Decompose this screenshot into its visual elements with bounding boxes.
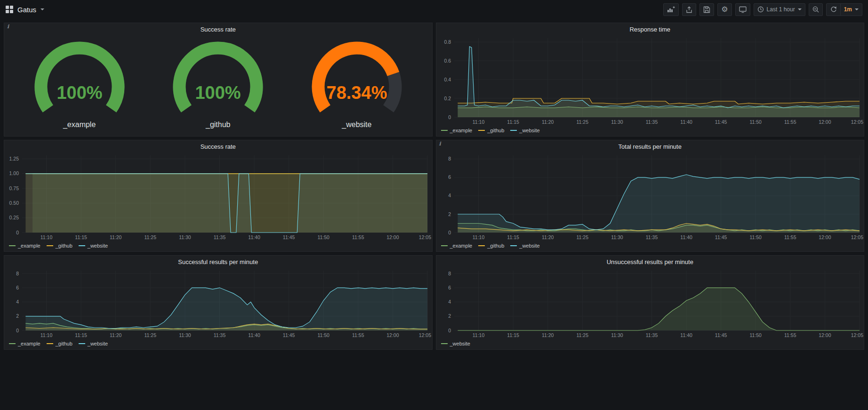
svg-text:11:55: 11:55	[784, 234, 796, 240]
legend-color-dash	[478, 130, 485, 131]
svg-text:0.50: 0.50	[9, 200, 19, 206]
svg-text:11:45: 11:45	[715, 332, 727, 338]
legend-color-dash	[478, 245, 485, 246]
gauge-label: _example	[63, 121, 96, 129]
legend-item[interactable]: _website	[79, 341, 108, 346]
svg-text:11:20: 11:20	[110, 234, 122, 240]
svg-text:11:40: 11:40	[248, 332, 260, 338]
chart-area[interactable]: 00.250.500.751.001.2511:1011:1511:2011:2…	[4, 152, 432, 242]
legend-color-dash	[47, 245, 53, 246]
legend-color-dash	[510, 245, 517, 246]
panel-title[interactable]: Unsuccessful results per minute	[436, 256, 864, 267]
share-button[interactable]	[682, 3, 696, 16]
svg-text:11:50: 11:50	[749, 119, 762, 125]
add-panel-button[interactable]	[663, 3, 679, 16]
gear-icon: ⚙	[721, 6, 728, 13]
legend-item[interactable]: _github	[47, 341, 72, 346]
panel-title[interactable]: Successful results per minute	[4, 256, 432, 267]
legend-item[interactable]: _github	[47, 243, 72, 249]
panel-response-time: Response time 00.20.40.60.811:1011:1511:…	[436, 23, 865, 137]
svg-text:11:30: 11:30	[179, 234, 191, 240]
top-navbar: Gatus ⚙	[0, 0, 868, 19]
bar-chart-plus-icon	[667, 6, 675, 13]
chart-canvas[interactable]: 0246811:1011:1511:2011:2511:3011:3511:40…	[4, 267, 432, 340]
legend-item[interactable]: _example	[9, 243, 40, 249]
refresh-button[interactable]	[826, 3, 841, 16]
svg-text:0.4: 0.4	[444, 77, 451, 82]
legend-color-dash	[441, 245, 448, 246]
legend-label: _website	[450, 341, 470, 346]
svg-text:0.75: 0.75	[9, 185, 19, 191]
chart-canvas[interactable]: 00.250.500.751.001.2511:1011:1511:2011:2…	[4, 152, 432, 242]
svg-text:8: 8	[16, 271, 19, 276]
svg-text:11:45: 11:45	[715, 234, 727, 240]
legend-label: _example	[18, 341, 40, 346]
time-range-picker[interactable]: Last 1 hour	[754, 3, 805, 16]
chart-legend: _example_github_website	[4, 242, 432, 251]
svg-text:11:25: 11:25	[576, 119, 588, 125]
legend-color-dash	[47, 343, 53, 344]
chart-canvas[interactable]: 0246811:1011:1511:2011:2511:3011:3511:40…	[436, 152, 864, 242]
svg-text:11:30: 11:30	[611, 332, 623, 338]
legend-item[interactable]: _website	[510, 128, 539, 133]
legend-color-dash	[441, 343, 448, 344]
panel-title[interactable]: Success rate	[4, 23, 432, 34]
panel-info-icon[interactable]: i	[439, 141, 441, 147]
gauge: 100%_github	[154, 40, 281, 129]
svg-text:11:45: 11:45	[283, 332, 295, 338]
legend-item[interactable]: _github	[478, 243, 504, 249]
svg-text:1.00: 1.00	[9, 170, 19, 176]
svg-text:11:20: 11:20	[110, 332, 122, 338]
panel-title[interactable]: Success rate	[4, 140, 432, 152]
legend-item[interactable]: _example	[441, 128, 473, 133]
svg-text:11:50: 11:50	[317, 234, 330, 240]
svg-text:2: 2	[16, 313, 19, 319]
legend-color-dash	[79, 343, 85, 344]
legend-item[interactable]: _website	[79, 243, 108, 249]
svg-text:11:40: 11:40	[248, 234, 260, 240]
svg-text:11:10: 11:10	[40, 332, 53, 338]
panel-success-rate-graph: Success rate 00.250.500.751.001.2511:101…	[4, 140, 433, 252]
svg-text:12:00: 12:00	[819, 332, 831, 338]
refresh-interval-dropdown[interactable]: 1m	[840, 3, 862, 16]
svg-text:0.8: 0.8	[444, 39, 451, 45]
chart-canvas[interactable]: 00.20.40.60.811:1011:1511:2011:2511:3011…	[436, 34, 864, 127]
legend-label: _example	[450, 128, 473, 133]
legend-label: _example	[450, 243, 473, 249]
svg-text:11:55: 11:55	[784, 119, 796, 125]
legend-label: _example	[18, 243, 40, 249]
panel-info-icon[interactable]: i	[7, 24, 9, 30]
svg-text:0.6: 0.6	[444, 58, 451, 64]
zoom-out-button[interactable]	[809, 3, 823, 16]
svg-text:11:30: 11:30	[611, 234, 623, 240]
chart-area[interactable]: 0246811:1011:1511:2011:2511:3011:3511:40…	[436, 152, 864, 242]
legend-color-dash	[510, 130, 517, 131]
svg-text:11:30: 11:30	[179, 332, 191, 338]
settings-button[interactable]: ⚙	[717, 3, 731, 16]
legend-item[interactable]: _github	[478, 128, 504, 133]
cycle-view-button[interactable]	[735, 3, 750, 16]
chart-area[interactable]: 00.20.40.60.811:1011:1511:2011:2511:3011…	[436, 34, 864, 127]
svg-text:6: 6	[16, 285, 19, 290]
chart-area[interactable]: 0246811:1011:1511:2011:2511:3011:3511:40…	[436, 267, 864, 340]
svg-text:11:50: 11:50	[317, 332, 330, 338]
svg-text:12:00: 12:00	[386, 234, 399, 240]
legend-item[interactable]: _example	[9, 341, 40, 346]
chart-area[interactable]: 0246811:1011:1511:2011:2511:3011:3511:40…	[4, 267, 432, 340]
legend-item[interactable]: _website	[510, 243, 539, 249]
svg-text:11:15: 11:15	[507, 332, 519, 338]
legend-item[interactable]: _website	[441, 341, 470, 346]
dashboard-picker[interactable]: Gatus	[6, 6, 44, 14]
chart-legend: _example_github_website	[4, 340, 432, 349]
save-button[interactable]	[699, 3, 714, 16]
legend-item[interactable]: _example	[441, 243, 473, 249]
svg-text:0: 0	[16, 328, 19, 333]
panel-title[interactable]: Total results per minute	[436, 140, 864, 152]
chart-canvas[interactable]: 0246811:1011:1511:2011:2511:3011:3511:40…	[436, 267, 864, 340]
svg-text:11:35: 11:35	[214, 234, 226, 240]
share-icon	[686, 6, 692, 13]
svg-text:6: 6	[448, 285, 451, 290]
svg-text:1.25: 1.25	[9, 156, 19, 161]
dashboard-title: Gatus	[17, 6, 36, 14]
panel-title[interactable]: Response time	[436, 23, 864, 34]
